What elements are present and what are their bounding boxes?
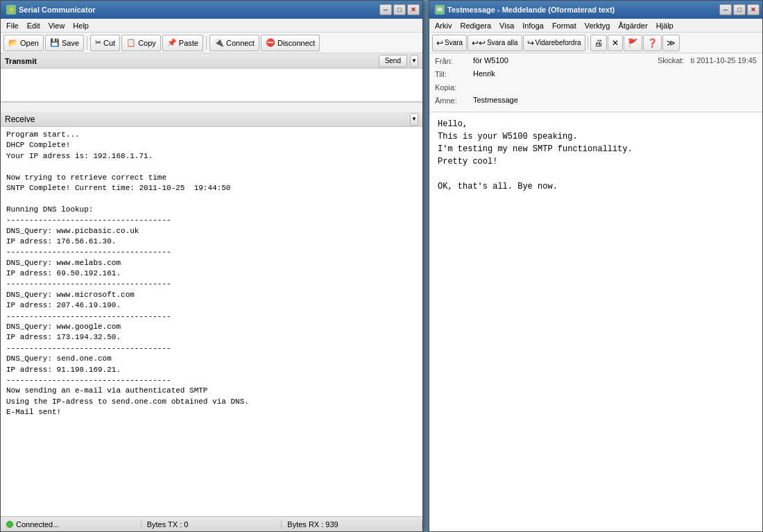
serial-maximize-button[interactable]: □ (393, 4, 406, 15)
help-icon: ❓ (647, 38, 658, 48)
from-value: för W5100 (473, 56, 508, 65)
menu-help[interactable]: Help (69, 20, 93, 31)
reply-all-button[interactable]: ↩↩ Svara alla (468, 35, 522, 51)
expand-icon: ≫ (667, 38, 676, 48)
status-bytes-tx: Bytes TX : 0 (142, 520, 282, 529)
connect-button[interactable]: 🔌 Connect (209, 35, 259, 51)
flag-button[interactable]: 🚩 (624, 35, 642, 51)
forward-icon: ↪ (527, 38, 534, 48)
email-menu-arkiv[interactable]: Arkiv (431, 20, 456, 31)
print-icon: 🖨 (594, 38, 603, 48)
forward-button[interactable]: ↪ Vidarebefordra (523, 35, 585, 51)
reply-button[interactable]: ↩ Svara (432, 35, 467, 51)
to-field: Till: Henrik (435, 69, 757, 82)
status-connected: Connected... (1, 520, 142, 529)
serial-close-button[interactable]: ✕ (407, 4, 420, 15)
serial-title-bar: ⚡ Serial Communicator ─ □ ✕ (1, 1, 422, 19)
sent-label: Skickat: ti 2011-10-25 19:45 (658, 56, 757, 65)
transmit-input[interactable] (1, 69, 422, 102)
email-window-controls: ─ □ ✕ (719, 4, 760, 15)
open-icon: 📂 (8, 38, 18, 47)
email-body: Hello, This is your W5100 speaking. I'm … (429, 112, 762, 531)
print-button[interactable]: 🖨 (590, 35, 607, 51)
email-minimize-button[interactable]: ─ (719, 4, 732, 15)
cc-label: Kopia: (435, 83, 473, 92)
receive-area: Program start... DHCP Complete! Your IP … (1, 127, 422, 516)
save-icon: 💾 (50, 38, 60, 47)
send-controls: Send ▼ (379, 55, 418, 67)
copy-icon: 📋 (126, 38, 136, 47)
email-window-title: Testmessage - Meddelande (Oformaterad te… (447, 6, 615, 14)
save-button[interactable]: 💾 Save (45, 35, 84, 51)
subject-value: Testmessage (473, 96, 518, 104)
serial-window-title: Serial Communicator (19, 6, 96, 14)
connected-indicator (6, 521, 13, 528)
serial-window-controls: ─ □ ✕ (379, 4, 420, 15)
email-window-icon: ✉ (435, 5, 445, 15)
help-button[interactable]: ❓ (643, 35, 662, 51)
serial-menu-bar: File Edit View Help (1, 19, 422, 33)
serial-toolbar: 📂 Open 💾 Save ✂ Cut 📋 Copy 📌 Paste 🔌 Con… (1, 33, 422, 53)
transmit-hscroll[interactable] (1, 102, 422, 112)
cc-field: Kopia: (435, 83, 757, 95)
subject-label: Ämne: (435, 96, 473, 105)
email-menu-verktyg[interactable]: Verktyg (581, 20, 615, 31)
send-dropdown-arrow[interactable]: ▼ (410, 55, 418, 67)
subject-field: Ämne: Testmessage (435, 96, 757, 108)
email-maximize-button[interactable]: □ (733, 4, 746, 15)
disconnect-button[interactable]: ⛔ Disconnect (261, 35, 320, 51)
receive-content[interactable]: Program start... DHCP Complete! Your IP … (1, 127, 422, 516)
disconnect-icon: ⛔ (266, 38, 275, 47)
reply-all-icon: ↩↩ (472, 38, 486, 48)
to-label: Till: (435, 69, 473, 78)
paste-icon: 📌 (167, 38, 177, 47)
flag-icon: 🚩 (628, 38, 638, 48)
status-bar: Connected... Bytes TX : 0 Bytes RX : 939 (1, 516, 422, 531)
connect-icon: 🔌 (214, 38, 224, 47)
cut-button[interactable]: ✂ Cut (90, 35, 120, 51)
receive-dropdown-arrow[interactable]: ▼ (410, 113, 418, 126)
transmit-label: Transmit (5, 57, 37, 65)
email-menu-hjalp[interactable]: Hjälp (652, 20, 678, 31)
delete-icon: ✕ (612, 38, 619, 48)
transmit-header: Transmit Send ▼ (1, 53, 422, 69)
menu-file[interactable]: File (2, 20, 23, 31)
email-menu-redigera[interactable]: Redigera (456, 20, 495, 31)
open-button[interactable]: 📂 Open (3, 35, 44, 51)
copy-button[interactable]: 📋 Copy (121, 35, 161, 51)
serial-communicator-window: ⚡ Serial Communicator ─ □ ✕ File Edit Vi… (0, 0, 423, 532)
email-tb-sep-1 (588, 36, 588, 50)
cut-icon: ✂ (95, 38, 101, 47)
receive-label: Receive (5, 114, 35, 124)
serial-minimize-button[interactable]: ─ (379, 4, 392, 15)
from-field: Från: för W5100 Skickat: ti 2011-10-25 1… (435, 56, 757, 69)
email-menu-visa[interactable]: Visa (495, 20, 518, 31)
email-menu-bar: Arkiv Redigera Visa Infoga Format Verkty… (429, 19, 762, 33)
send-button[interactable]: Send (379, 55, 407, 67)
toolbar-sep-1 (87, 36, 87, 50)
expand-button[interactable]: ≫ (662, 35, 680, 51)
menu-edit[interactable]: Edit (23, 20, 44, 31)
email-toolbar: ↩ Svara ↩↩ Svara alla ↪ Vidarebefordra 🖨… (429, 33, 762, 53)
delete-button[interactable]: ✕ (608, 35, 623, 51)
reply-icon: ↩ (436, 38, 443, 48)
receive-header: Receive ▼ (1, 112, 422, 127)
serial-window-icon: ⚡ (6, 5, 16, 15)
from-label: Från: (435, 56, 473, 65)
email-header-fields: Från: för W5100 Skickat: ti 2011-10-25 1… (429, 53, 762, 112)
paste-button[interactable]: 📌 Paste (162, 35, 203, 51)
email-title-bar: ✉ Testmessage - Meddelande (Oformaterad … (429, 1, 762, 19)
email-close-button[interactable]: ✕ (747, 4, 760, 15)
email-window: ✉ Testmessage - Meddelande (Oformaterad … (429, 0, 763, 532)
email-menu-infoga[interactable]: Infoga (518, 20, 548, 31)
toolbar-sep-2 (206, 36, 207, 50)
email-menu-atgarder[interactable]: Åtgärder (614, 20, 651, 31)
email-menu-format[interactable]: Format (548, 20, 581, 31)
status-bytes-rx: Bytes RX : 939 (282, 520, 422, 529)
to-value: Henrik (473, 69, 495, 78)
menu-view[interactable]: View (44, 20, 69, 31)
